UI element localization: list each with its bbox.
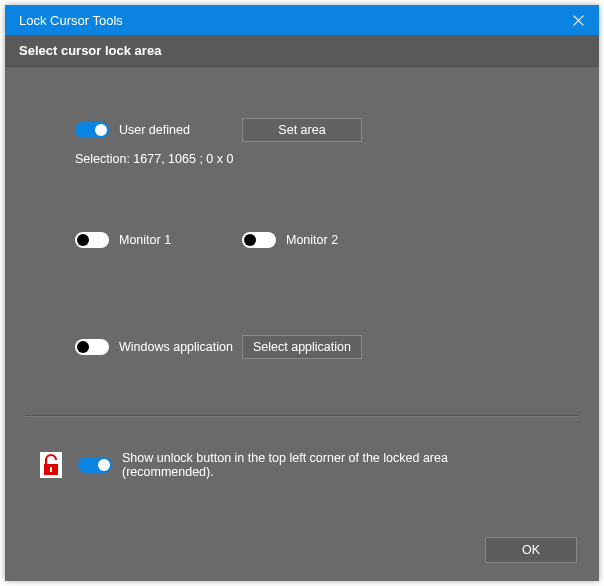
toggle-windows-application[interactable] [75,339,109,355]
selection-readout: Selection: 1677, 1065 ; 0 x 0 [75,152,233,166]
ok-button[interactable]: OK [485,537,577,563]
separator [25,415,579,416]
set-area-button-label: Set area [278,123,325,137]
titlebar: Lock Cursor Tools [5,5,599,35]
close-button[interactable] [557,5,599,35]
toggle-show-unlock[interactable] [78,457,112,473]
toggle-monitor-1[interactable] [75,232,109,248]
label-user-defined: User defined [119,123,190,137]
option-monitor-2: Monitor 2 [242,232,338,248]
footer-option-row: Show unlock button in the top left corne… [40,451,542,479]
label-monitor-2: Monitor 2 [286,233,338,247]
select-application-button[interactable]: Select application [242,335,362,359]
window-title: Lock Cursor Tools [19,13,557,28]
label-show-unlock: Show unlock button in the top left corne… [122,451,542,479]
label-windows-application: Windows application [119,340,233,354]
subtitle-text: Select cursor lock area [19,43,161,58]
set-area-button[interactable]: Set area [242,118,362,142]
toggle-monitor-2[interactable] [242,232,276,248]
unlock-icon [40,452,62,478]
close-icon [573,15,584,26]
subtitle-bar: Select cursor lock area [5,35,599,67]
dialog-window: Lock Cursor Tools Select cursor lock are… [5,5,599,581]
toggle-user-defined[interactable] [75,122,109,138]
label-monitor-1: Monitor 1 [119,233,171,247]
option-user-defined: User defined [75,122,190,138]
option-windows-application: Windows application [75,339,233,355]
svg-rect-4 [50,467,52,472]
option-monitor-1: Monitor 1 [75,232,171,248]
select-application-button-label: Select application [253,340,351,354]
ok-button-label: OK [522,543,540,557]
dialog-body: User defined Set area Selection: 1677, 1… [5,67,599,581]
